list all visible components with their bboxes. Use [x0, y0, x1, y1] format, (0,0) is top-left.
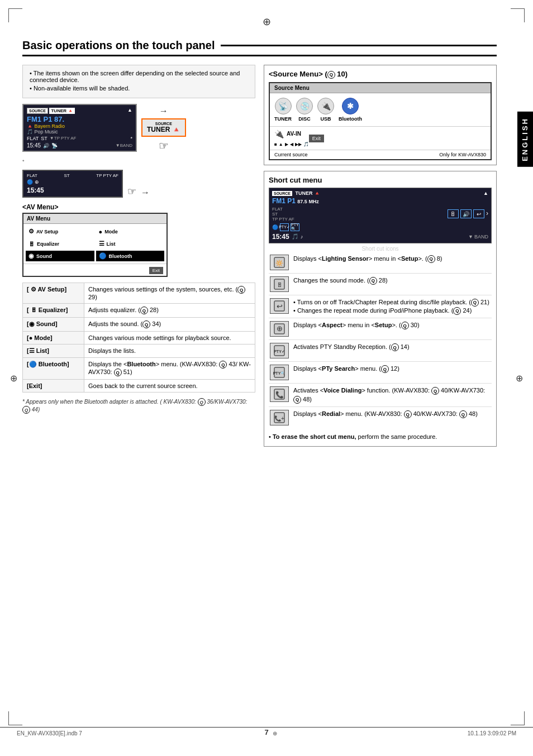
sfm-icon-eq[interactable]: 🎚	[448, 209, 459, 218]
sfm-icons-group: 🎚 🔊 ↩ ›	[448, 209, 488, 218]
crosshair-top: ⊕	[263, 16, 271, 28]
av-menu-item-equalizer[interactable]: 🎚 Equalizer	[26, 238, 94, 249]
sc-icon-pty-search: PTY🔍	[270, 365, 289, 380]
table-val-list: Displays the lists.	[84, 344, 255, 358]
table-key-avsetup: [ ⚙ AV Setup]	[23, 283, 84, 304]
control-icons-row: ■ ▲ ▶ ◀ ▶▶ 🎵	[274, 142, 309, 147]
tuner-screen-row: SOURCE TUNER 🔺 ▲ FM1 P1 87. 🔺 Bayern Rad…	[22, 104, 255, 154]
radio-screen-wrapper: SOURCE TUNER 🔺 ▲ FM1 P1 87. 🔺 Bayern Rad…	[22, 104, 137, 154]
footer-left: EN_KW-AVX830[E].indb 7	[17, 730, 82, 736]
sc-text-redial: Displays <Redial> menu. (KW-AVX830: Q 40…	[293, 410, 478, 418]
only-note: Only for KW-AVX830	[439, 152, 486, 157]
tuner-label: TUNER 🔺	[49, 108, 75, 114]
sfm-icons-section: FLATSTTP PTY AF 🎚 🔊 ↩ ›	[272, 207, 488, 222]
table-val-bluetooth: Displays the <Bluetooth> menu. (KW-AVX83…	[84, 358, 255, 380]
rs-station: 🔺 Bayern Radio	[27, 123, 132, 129]
rs-header: SOURCE TUNER 🔺 ▲	[27, 107, 132, 114]
sfm-bt-row: 🔵 PTY✓ PTY🔍	[272, 223, 488, 231]
table-row: [Exit] Goes back to the current source s…	[23, 380, 255, 393]
crosshair-left: ⊕	[10, 373, 17, 384]
sfm-small-icons: PTY✓ PTY🔍	[280, 223, 299, 231]
av-menu-title: <AV Menu>	[22, 203, 255, 211]
intro-box: • The items shown on the screen differ d…	[22, 65, 255, 98]
sfm-slur: ♪	[301, 234, 303, 240]
usb-item-label: USB	[320, 116, 331, 122]
crosshair-right: ⊕	[516, 373, 523, 384]
sc-row-sound-mode: 🎚 Changes the sound mode. (Q 28)	[269, 274, 492, 295]
avsetup-label: AV Setup	[36, 229, 58, 235]
rs-flat: FLAT	[27, 136, 39, 141]
sc-text-voice-dial: Activates <Voice Dialing> function. (KW-…	[293, 386, 491, 404]
source-small-label: SOURCE	[147, 122, 180, 126]
ctrl-icon-3: ▶	[285, 142, 288, 147]
source-item-tuner[interactable]: 📡 TUNER	[274, 98, 292, 122]
svg-text:🔆: 🔆	[275, 259, 283, 267]
search-icon-rep2: Q	[453, 307, 461, 315]
shortcut-fm-screen: SOURCE TUNER 🔺 ▲ FM1 P1 87.5 MHz FLATSTT…	[269, 188, 492, 243]
sfm-bottom-row: 15:45 🎵 ♪ ▼ BAND	[272, 233, 488, 241]
shortcut-menu-box: Short cut menu SOURCE TUNER 🔺 ▲ FM1 P1 8…	[264, 171, 497, 447]
av-menu-grid: ⚙ AV Setup ● Mode 🎚 Equalizer	[23, 224, 166, 264]
sc-text-aspect: Displays <Aspect> menu in <Setup>. (Q 30…	[293, 321, 420, 329]
sc-icon-voice-dial: 📞	[270, 386, 289, 402]
intro-bullet1: • The items shown on the screen differ d…	[30, 70, 248, 83]
rs-st: ST	[41, 136, 47, 141]
sfm-fm-display: FM1 P1 87.5 MHz	[272, 197, 488, 205]
rs-tuner-badge: SOURCE TUNER 🔺	[27, 107, 75, 114]
sc-icon-sound-mode: 🎚	[270, 276, 289, 292]
search-icon-5: Q	[114, 369, 122, 376]
s2-bt-row: 🔵 ⊕	[27, 179, 118, 185]
source-bottom-row: Current source Only for KW-AVX830	[270, 150, 491, 159]
list-icon: ☰	[99, 240, 104, 247]
tuner-item-label: TUNER	[274, 116, 292, 122]
disc-item-label: DISC	[298, 116, 311, 122]
svg-text:📞: 📞	[275, 390, 284, 399]
erase-note: • To erase the short cut menu, perform t…	[269, 433, 492, 441]
rs-asterisk: *	[130, 136, 132, 141]
source-label: SOURCE	[27, 108, 48, 114]
exit-button[interactable]: Exit	[149, 267, 163, 274]
av-menu-exit: Exit	[23, 264, 166, 276]
s2-bt-icon: 🔵	[27, 179, 33, 185]
sfm-pty-check[interactable]: PTY✓	[280, 223, 289, 231]
av-menu-item-bluetooth[interactable]: 🔵 Bluetooth	[96, 251, 165, 261]
sfm-band-label: BAND	[474, 234, 488, 240]
sc-text-pty-standby: Activates PTY Standby Reception. (Q 14)	[293, 343, 410, 351]
sound-label: Sound	[36, 253, 52, 259]
exit-section: Exit	[309, 134, 324, 142]
two-column-layout: • The items shown on the screen differ d…	[22, 65, 497, 452]
sc-row-pty-search: PTY🔍 Displays <PTy Search> menu. (Q 12)	[269, 362, 492, 384]
ctrl-icon-1: ■	[274, 142, 277, 147]
av-menu-section: <AV Menu> AV Menu ⚙ AV Setup ● Mode	[22, 203, 255, 277]
touch-hand2: ☞	[127, 185, 136, 198]
corner-bl	[8, 711, 22, 725]
sfm-tuner-group: SOURCE TUNER 🔺	[272, 190, 320, 196]
sc-row-lighting: 🔆 Displays <Lighting Sensor> menu in <Se…	[269, 252, 492, 274]
source-item-usb[interactable]: 🔌 USB	[317, 98, 334, 122]
svg-text:🎚: 🎚	[277, 281, 283, 288]
ctrl-icon-4: ◀	[290, 142, 293, 147]
av-menu-item-list[interactable]: ☰ List	[96, 238, 165, 249]
sfm-icon-repeat[interactable]: ↩	[473, 209, 484, 218]
search-icon-asp: Q	[401, 322, 409, 329]
av-menu-item-avsetup[interactable]: ⚙ AV Setup	[26, 226, 94, 237]
search-icon-3: Q	[142, 320, 150, 328]
av-menu-item-sound[interactable]: ◉ Sound	[26, 251, 94, 261]
source-exit-button[interactable]: Exit	[309, 135, 324, 142]
ctrl-icon-6: 🎵	[303, 142, 309, 147]
main-content: Basic operations on the touch panel • Th…	[22, 39, 497, 452]
equalizer-label: Equalizer	[37, 241, 59, 247]
source-menu-bottom: 🔌 AV-IN ■ ▲ ▶ ◀ ▶▶ 🎵	[270, 126, 491, 150]
source-item-bluetooth[interactable]: ✱ Bluetooth	[339, 98, 362, 122]
radio-screen: SOURCE TUNER 🔺 ▲ FM1 P1 87. 🔺 Bayern Rad…	[22, 104, 137, 152]
av-menu-item-mode[interactable]: ● Mode	[96, 226, 165, 237]
source-tuner-button[interactable]: SOURCE TUNER 🔺	[141, 118, 186, 137]
source-item-disc[interactable]: 💿 DISC	[296, 98, 313, 122]
avin-section: 🔌 AV-IN ■ ▲ ▶ ◀ ▶▶ 🎵	[274, 130, 309, 147]
sfm-flat-st: FLATSTTP PTY AF	[272, 207, 294, 222]
sfm-icon-speaker[interactable]: 🔊	[460, 209, 472, 218]
rs-band: ▼BAND	[116, 143, 132, 148]
sfm-pty-search[interactable]: PTY🔍	[291, 223, 299, 231]
search-icon-sm: Q	[327, 71, 335, 79]
bottom-bar: EN_KW-AVX830[E].indb 7 ⊕ 10.1.19 3:09:02…	[0, 727, 533, 739]
